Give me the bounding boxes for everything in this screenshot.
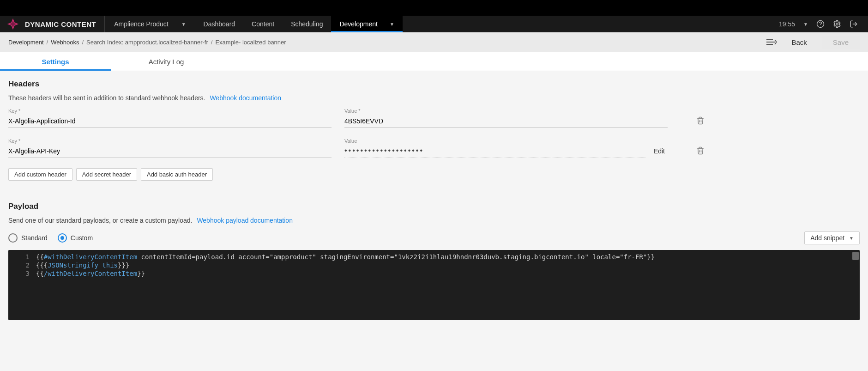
breadcrumb-bar: Development/Webhooks/Search Index: amppr…: [0, 32, 868, 52]
breadcrumb: Development/Webhooks/Search Index: amppr…: [8, 39, 286, 46]
chevron-down-icon: ▼: [390, 22, 394, 27]
app-logo[interactable]: DYNAMIC CONTENT: [0, 16, 105, 32]
add-custom-header-button[interactable]: Add custom header: [8, 168, 72, 181]
radio-label: Standard: [21, 234, 48, 242]
payload-controls: Standard Custom Add snippet ▼: [8, 231, 860, 244]
trash-icon: [696, 146, 705, 155]
field-label: Value *: [344, 108, 668, 114]
line-number: 1: [8, 253, 36, 261]
content-area: Headers These headers will be sent in ad…: [0, 71, 868, 334]
header-key-input[interactable]: [8, 146, 332, 158]
line-number: 2: [8, 261, 36, 269]
headers-title: Headers: [8, 79, 860, 89]
nav-label: Content: [252, 20, 274, 28]
header-value-field: Value *: [344, 108, 668, 128]
logout-icon[interactable]: [850, 20, 858, 28]
dynamic-content-logo-icon: [6, 18, 19, 30]
nav-label: Scheduling: [291, 20, 323, 28]
tab-label: Activity Log: [149, 58, 184, 66]
line-number: 3: [8, 269, 36, 278]
field-label: Key *: [8, 138, 332, 144]
settings-icon[interactable]: [833, 20, 841, 28]
main-nav: DashboardContentSchedulingDevelopment▼: [195, 16, 403, 32]
window-top-bar: [0, 0, 868, 16]
secret-value-masked: ••••••••••••••••••••: [344, 146, 645, 158]
header-right: 19:55 ▼: [779, 20, 868, 28]
tab-settings[interactable]: Settings: [0, 52, 111, 71]
time-selector[interactable]: 19:55 ▼: [779, 20, 808, 28]
app-header: DYNAMIC CONTENT Amplience Product ▼ Dash…: [0, 16, 868, 32]
field-label: Value: [344, 138, 645, 144]
breadcrumb-link[interactable]: Webhooks: [51, 39, 79, 46]
header-buttons-row: Add custom header Add secret header Add …: [8, 168, 860, 181]
chevron-down-icon: ▼: [181, 22, 186, 27]
breadcrumb-link[interactable]: Development: [8, 39, 44, 46]
breadcrumb-text: Search Index: ampproduct.localized-banne…: [86, 39, 208, 46]
payload-section: Payload Send one of our standard payload…: [8, 202, 860, 320]
code-content: {{#withDeliveryContentItem contentItemId…: [36, 253, 655, 261]
header-row: Key * Value •••••••••••••••••••• Edit: [8, 138, 860, 158]
code-content: {{/withDeliveryContentItem}}: [36, 269, 145, 278]
tab-activity-log[interactable]: Activity Log: [111, 52, 222, 71]
nav-item-scheduling[interactable]: Scheduling: [283, 16, 331, 32]
svg-point-4: [836, 23, 838, 25]
svg-marker-1: [9, 20, 17, 28]
header-key-field: Key *: [8, 108, 332, 128]
code-line: 2{{{JSONstringify this}}}: [8, 261, 860, 269]
save-button: Save: [822, 36, 860, 49]
header-value-input[interactable]: [344, 116, 668, 128]
headers-desc-text: These headers will be sent in addition t…: [8, 94, 205, 102]
header-row: Key * Value *: [8, 108, 860, 128]
add-snippet-label: Add snippet: [810, 234, 844, 242]
payload-title: Payload: [8, 202, 860, 211]
webhook-payload-documentation-link[interactable]: Webhook payload documentation: [197, 217, 293, 224]
back-button[interactable]: Back: [788, 36, 810, 48]
delete-header-button[interactable]: [694, 144, 706, 157]
add-basic-auth-header-button[interactable]: Add basic auth header: [141, 168, 213, 181]
edit-secret-button[interactable]: Edit: [651, 147, 668, 155]
code-content: {{{JSONstringify this}}}: [36, 261, 129, 269]
delete-header-button[interactable]: [694, 114, 706, 127]
editor-scrollbar[interactable]: [852, 252, 859, 260]
nav-item-dashboard[interactable]: Dashboard: [195, 16, 244, 32]
help-icon[interactable]: [816, 20, 825, 28]
breadcrumb-separator: /: [47, 39, 48, 46]
header-key-field: Key *: [8, 138, 332, 158]
app-logo-text: DYNAMIC CONTENT: [25, 20, 96, 28]
code-line: 3{{/withDeliveryContentItem}}: [8, 269, 860, 278]
svg-point-3: [820, 26, 820, 26]
hub-name: Amplience Product: [114, 20, 169, 28]
chevron-down-icon: ▼: [803, 22, 808, 27]
add-secret-header-button[interactable]: Add secret header: [76, 168, 137, 181]
webhook-documentation-link[interactable]: Webhook documentation: [210, 94, 281, 102]
panel-toggle-icon[interactable]: [766, 38, 777, 46]
header-key-input[interactable]: [8, 116, 332, 128]
payload-code-editor[interactable]: 1{{#withDeliveryContentItem contentItemI…: [8, 250, 860, 320]
nav-item-content[interactable]: Content: [243, 16, 283, 32]
payload-desc-text: Send one of our standard payloads, or cr…: [8, 217, 192, 224]
trash-icon: [696, 116, 705, 125]
hub-selector[interactable]: Amplience Product ▼: [105, 16, 195, 32]
current-time: 19:55: [779, 20, 795, 28]
nav-label: Dashboard: [204, 20, 235, 28]
breadcrumb-text: Example- localized banner: [215, 39, 286, 46]
breadcrumb-separator: /: [82, 39, 84, 46]
tab-label: Settings: [42, 58, 69, 66]
nav-item-development[interactable]: Development▼: [331, 16, 402, 32]
payload-description: Send one of our standard payloads, or cr…: [8, 217, 860, 224]
breadcrumb-separator: /: [211, 39, 213, 46]
header-secret-value-field: Value •••••••••••••••••••• Edit: [344, 138, 668, 158]
code-line: 1{{#withDeliveryContentItem contentItemI…: [8, 253, 860, 261]
sub-tabs: SettingsActivity Log: [0, 52, 868, 71]
chevron-down-icon: ▼: [849, 236, 854, 241]
field-label: Key *: [8, 108, 332, 114]
radio-label: Custom: [71, 234, 93, 242]
payload-radio-custom[interactable]: Custom: [58, 233, 93, 243]
headers-section: Headers These headers will be sent in ad…: [8, 79, 860, 181]
payload-radio-standard[interactable]: Standard: [8, 233, 48, 243]
add-snippet-button[interactable]: Add snippet ▼: [804, 231, 860, 244]
headers-description: These headers will be sent in addition t…: [8, 94, 860, 102]
nav-label: Development: [339, 20, 378, 28]
